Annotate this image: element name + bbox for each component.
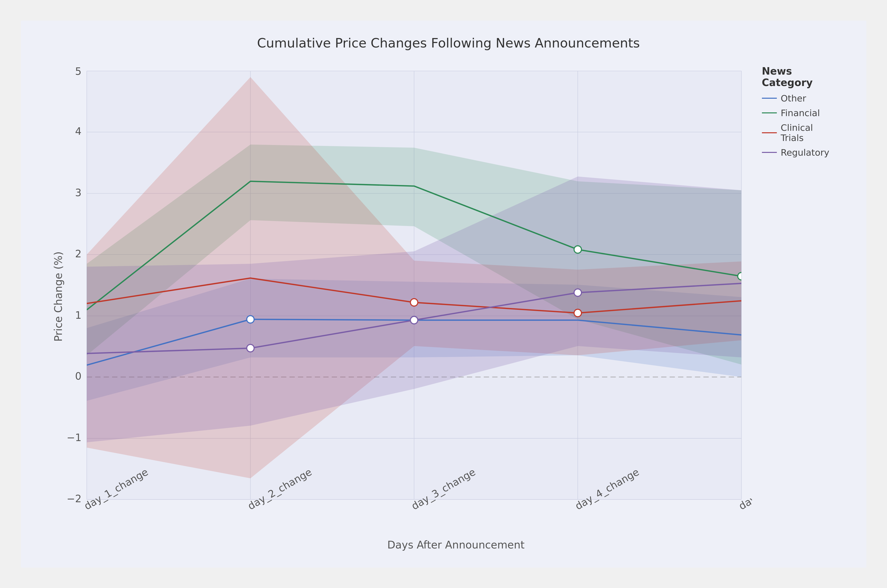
legend-label-regulatory: Regulatory <box>781 147 830 158</box>
svg-point-20 <box>247 315 254 323</box>
svg-text:−2: −2 <box>67 493 81 504</box>
svg-text:−1: −1 <box>67 432 81 444</box>
chart-title: Cumulative Price Changes Following News … <box>51 36 846 51</box>
svg-text:4: 4 <box>75 126 81 137</box>
svg-point-27 <box>410 316 418 324</box>
svg-text:1: 1 <box>75 309 81 321</box>
legend-item-financial: Financial <box>762 108 820 118</box>
legend-label-other: Other <box>781 93 806 104</box>
svg-point-28 <box>574 289 581 296</box>
chart-container: Cumulative Price Changes Following News … <box>21 21 866 568</box>
svg-point-26 <box>247 344 254 352</box>
svg-point-24 <box>410 298 418 306</box>
plot-svg: 5 4 3 2 1 0 −1 −2 day_1_change day_2_cha… <box>66 60 752 537</box>
legend-line-regulatory <box>762 152 777 153</box>
legend-label-financial: Financial <box>781 108 820 118</box>
svg-text:5: 5 <box>75 65 81 77</box>
legend-label-clinical: Clinical Trials <box>781 123 836 143</box>
legend-line-clinical <box>762 132 777 133</box>
legend-item-clinical: Clinical Trials <box>762 123 836 143</box>
svg-point-22 <box>574 246 581 253</box>
chart-legend: News Category Other Financial Clinical T… <box>752 60 846 537</box>
legend-item-other: Other <box>762 93 806 104</box>
x-axis-label: Days After Announcement <box>66 539 846 551</box>
svg-point-25 <box>574 309 581 316</box>
svg-text:0: 0 <box>75 370 81 382</box>
svg-text:3: 3 <box>75 187 81 199</box>
legend-line-other <box>762 98 777 99</box>
legend-item-regulatory: Regulatory <box>762 147 830 158</box>
plot-and-legend: 5 4 3 2 1 0 −1 −2 day_1_change day_2_cha… <box>66 60 846 537</box>
y-axis-label: Price Change (%) <box>51 60 66 533</box>
svg-container: 5 4 3 2 1 0 −1 −2 day_1_change day_2_cha… <box>66 60 752 537</box>
legend-title: News Category <box>762 65 836 88</box>
legend-line-financial <box>762 112 777 113</box>
chart-area: Price Change (%) <box>51 60 846 533</box>
chart-body: 5 4 3 2 1 0 −1 −2 day_1_change day_2_cha… <box>66 60 846 533</box>
svg-text:2: 2 <box>75 248 81 260</box>
